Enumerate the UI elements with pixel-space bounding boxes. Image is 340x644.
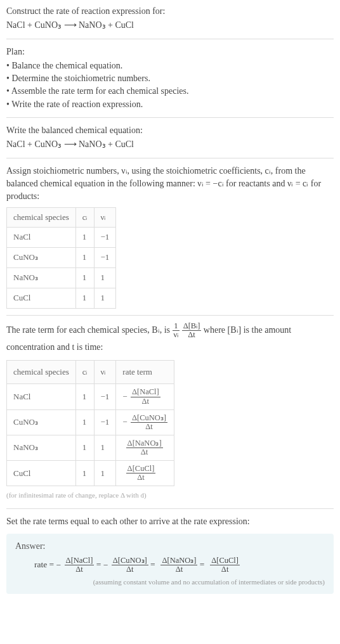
col-rate: rate term <box>116 360 174 384</box>
cell-c: 1 <box>75 384 94 409</box>
frac-bot: Δt <box>210 565 240 574</box>
answer-sep: = <box>200 560 207 569</box>
answer-box: Answer: rate = − Δ[NaCl] Δt = − Δ[CuNO₃]… <box>6 534 334 595</box>
rateterm-caption: (for infinitesimal rate of change, repla… <box>6 489 334 502</box>
divider <box>6 117 334 118</box>
table-row: CuCl 1 1 Δ[CuCl] Δt <box>7 461 174 486</box>
table-row: NaCl 1 −1 <box>7 228 116 248</box>
frac-bot: Δt <box>131 423 167 431</box>
plan-section: Plan: • Balance the chemical equation. •… <box>6 46 334 111</box>
plan-item: • Balance the chemical equation. <box>6 60 334 72</box>
balanced-text: Write the balanced chemical equation: <box>6 124 334 137</box>
frac-bot: Δt <box>160 565 197 574</box>
answer-sep: = <box>150 560 157 569</box>
frac-bot: νᵢ <box>173 331 180 339</box>
cell-c: 1 <box>75 461 94 486</box>
rateterm-section: The rate term for each chemical species,… <box>6 322 334 503</box>
answer-frac: Δ[CuCl] Δt <box>210 557 240 574</box>
cell-species: CuCl <box>7 288 76 308</box>
divider <box>6 315 334 316</box>
neg-sign: − <box>56 557 62 574</box>
cell-c: 1 <box>75 228 94 248</box>
table-row: CuCl 1 1 <box>7 288 116 308</box>
cell-species: NaCl <box>7 228 76 248</box>
rateterm-frac1: 1 νᵢ <box>173 322 180 339</box>
cell-rate: − Δ[CuNO₃] Δt <box>116 409 174 435</box>
intro-section: Construct the rate of reaction expressio… <box>6 5 334 32</box>
cell-c: 1 <box>75 288 94 308</box>
answer-prefix: rate = <box>34 560 56 569</box>
frac-bot: Δt <box>131 397 160 406</box>
frac-bot: Δt <box>65 565 95 574</box>
intro-equation: NaCl + CuNO₃ ⟶ NaNO₃ + CuCl <box>6 19 334 32</box>
frac-top: Δ[CuNO₃] <box>131 414 167 423</box>
col-species: chemical species <box>7 207 76 228</box>
final-text: Set the rate terms equal to each other t… <box>6 515 334 528</box>
rateterm-frac2: Δ[Bᵢ] Δt <box>182 322 202 339</box>
cell-species: CuNO₃ <box>7 409 76 435</box>
frac-top: Δ[NaNO₃] <box>126 439 163 448</box>
cell-c: 1 <box>75 435 94 460</box>
frac-top: Δ[CuCl] <box>126 465 156 473</box>
divider <box>6 508 334 509</box>
stoich-section: Assign stoichiometric numbers, νᵢ, using… <box>6 165 334 309</box>
cell-v: −1 <box>94 384 116 409</box>
stoich-text: Assign stoichiometric numbers, νᵢ, using… <box>6 165 334 203</box>
cell-v: 1 <box>94 268 116 288</box>
rateterm-table: chemical species cᵢ νᵢ rate term NaCl 1 … <box>6 360 174 487</box>
cell-v: −1 <box>94 409 116 435</box>
col-v: νᵢ <box>94 360 116 384</box>
frac-bot: Δt <box>182 331 202 339</box>
rate-frac: Δ[CuNO₃] Δt <box>131 414 167 431</box>
table-header-row: chemical species cᵢ νᵢ <box>7 207 116 228</box>
col-species: chemical species <box>7 360 76 384</box>
cell-v: 1 <box>94 461 116 486</box>
frac-bot: Δt <box>112 565 148 574</box>
frac-top: Δ[NaNO₃] <box>160 557 197 565</box>
answer-expression: rate = − Δ[NaCl] Δt = − Δ[CuNO₃] Δt = Δ[… <box>34 557 325 574</box>
neg-sign: − <box>122 415 127 430</box>
answer-frac: Δ[NaCl] Δt <box>65 557 95 574</box>
final-section: Set the rate terms equal to each other t… <box>6 515 334 594</box>
cell-v: 1 <box>94 435 116 460</box>
balanced-section: Write the balanced chemical equation: Na… <box>6 124 334 151</box>
answer-frac: Δ[NaNO₃] Δt <box>160 557 197 574</box>
balanced-equation: NaCl + CuNO₃ ⟶ NaNO₃ + CuCl <box>6 138 334 151</box>
cell-species: CuNO₃ <box>7 248 76 268</box>
frac-top: 1 <box>173 322 180 331</box>
cell-v: −1 <box>94 248 116 268</box>
neg-sign: − <box>103 557 108 574</box>
cell-v: −1 <box>94 228 116 248</box>
frac-top: Δ[NaCl] <box>131 388 160 397</box>
cell-c: 1 <box>75 248 94 268</box>
answer-title: Answer: <box>15 540 325 553</box>
frac-top: Δ[CuNO₃] <box>112 557 148 565</box>
frac-top: Δ[CuCl] <box>210 557 240 565</box>
cell-species: NaNO₃ <box>7 435 76 460</box>
cell-c: 1 <box>75 409 94 435</box>
cell-rate: − Δ[NaCl] Δt <box>116 384 174 409</box>
col-v: νᵢ <box>94 207 116 228</box>
col-c: cᵢ <box>75 207 94 228</box>
table-header-row: chemical species cᵢ νᵢ rate term <box>7 360 174 384</box>
rate-frac: Δ[NaNO₃] Δt <box>126 439 163 456</box>
plan-item: • Write the rate of reaction expression. <box>6 98 334 111</box>
cell-species: CuCl <box>7 461 76 486</box>
frac-bot: Δt <box>126 473 156 482</box>
cell-species: NaNO₃ <box>7 268 76 288</box>
plan-item: • Determine the stoichiometric numbers. <box>6 72 334 85</box>
cell-rate: Δ[CuCl] Δt <box>116 461 174 486</box>
answer-note: (assuming constant volume and no accumul… <box>15 577 325 588</box>
table-row: NaCl 1 −1 − Δ[NaCl] Δt <box>7 384 174 409</box>
answer-frac: Δ[CuNO₃] Δt <box>112 557 148 574</box>
frac-top: Δ[NaCl] <box>65 557 95 565</box>
plan-title: Plan: <box>6 46 334 58</box>
table-row: CuNO₃ 1 −1 <box>7 248 116 268</box>
cell-rate: Δ[NaNO₃] Δt <box>116 435 174 460</box>
intro-text: Construct the rate of reaction expressio… <box>6 5 334 18</box>
cell-v: 1 <box>94 288 116 308</box>
col-c: cᵢ <box>75 360 94 384</box>
table-row: CuNO₃ 1 −1 − Δ[CuNO₃] Δt <box>7 409 174 435</box>
divider <box>6 158 334 158</box>
frac-bot: Δt <box>126 448 163 456</box>
